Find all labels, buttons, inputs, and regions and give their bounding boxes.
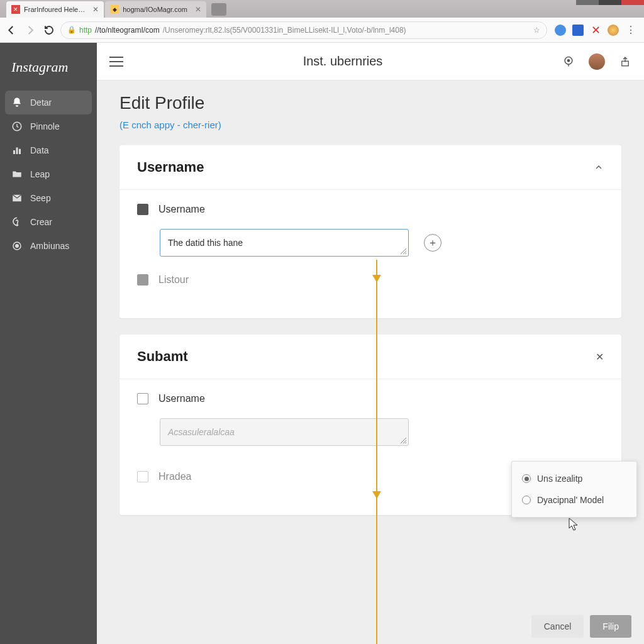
- popup-option-label: Dyacipnal' Model: [537, 495, 604, 505]
- input-value: The datid this hane: [168, 238, 243, 248]
- dropdown-popup: Uns izealitp Dyacipnal' Model: [511, 461, 637, 518]
- username-input[interactable]: The datid this hane: [160, 229, 409, 257]
- close-icon[interactable]: ✕: [92, 5, 99, 14]
- browser-toolbar: 🔒 http//to/nlteogramI/com/Unseromey:rlt,…: [0, 18, 644, 43]
- browser-menu-icon[interactable]: ⋮: [625, 25, 636, 36]
- sidebar-item-data[interactable]: Data: [0, 138, 97, 162]
- radio-icon: [522, 496, 531, 504]
- main-content: Inst. ubernries Edit Profile (E cnch app…: [97, 43, 644, 644]
- extension-icons: ✕ ⋮: [551, 25, 640, 36]
- sidebar-item-leap[interactable]: Leap: [0, 162, 97, 186]
- extension-icon[interactable]: [572, 25, 584, 36]
- sidebar-item-detar[interactable]: Detar: [5, 91, 92, 114]
- browser-tab[interactable]: ◆ hogma/IOoMagr.com ✕: [105, 1, 206, 18]
- avatar[interactable]: [589, 53, 605, 70]
- window-controls: [576, 0, 644, 5]
- forward-button[interactable]: [23, 23, 38, 38]
- browser-tab[interactable]: ✕ FrarInfoured Hele… ✕: [6, 1, 104, 18]
- close-icon[interactable]: ✕: [596, 351, 604, 363]
- sidebar: Instagram Detar Pinnole Data Leap: [0, 43, 97, 644]
- popup-option[interactable]: Dyacipnal' Model: [512, 489, 636, 511]
- window-close[interactable]: [621, 0, 644, 5]
- chart-icon: [11, 145, 23, 156]
- submit-button[interactable]: Filip: [590, 615, 631, 638]
- field-label: Listour: [158, 274, 189, 286]
- window-maximize[interactable]: [599, 0, 621, 5]
- field-label: Username: [158, 393, 205, 404]
- pinterest-icon: [11, 216, 23, 228]
- field-label: Hradea: [158, 471, 191, 482]
- folder-icon: [11, 169, 23, 180]
- page-heading: Edit Profile: [119, 93, 621, 113]
- svg-rect-1: [13, 150, 15, 154]
- svg-point-7: [567, 59, 569, 61]
- extension-icon[interactable]: [608, 25, 619, 36]
- url-path: /Unseromey:rlt,82.ls(55/V0001331in_BimeL…: [163, 26, 406, 35]
- hamburger-icon[interactable]: [109, 57, 123, 67]
- sidebar-item-pinnole[interactable]: Pinnole: [0, 114, 97, 138]
- radio-checked-icon: [522, 474, 531, 483]
- page-subheading: (E cnch appy - cher-rier): [119, 119, 621, 130]
- new-tab-button[interactable]: [211, 3, 226, 16]
- sidebar-item-label: Pinnole: [30, 121, 60, 131]
- tab-title: hogma/IOoMagr.com: [123, 6, 187, 13]
- tab-title: FrarInfoured Hele…: [24, 6, 85, 13]
- card-username: Username Username The datid this hane: [119, 145, 621, 318]
- url-host: //to/nlteogramI/com: [95, 26, 160, 35]
- sidebar-item-label: Detar: [30, 97, 52, 108]
- sidebar-item-label: Leap: [30, 169, 50, 179]
- share-icon[interactable]: [619, 55, 631, 68]
- url-protocol: http: [79, 26, 92, 35]
- lock-icon: 🔒: [67, 26, 76, 34]
- svg-rect-3: [19, 149, 21, 154]
- sidebar-item-label: Crear: [30, 217, 52, 227]
- sidebar-item-crear[interactable]: Crear: [0, 210, 97, 234]
- tab-favicon: ◆: [110, 5, 119, 14]
- bell-icon: [11, 97, 23, 108]
- bookmark-star-icon[interactable]: ☆: [533, 26, 540, 35]
- browser-tab-strip: ✕ FrarInfoured Hele… ✕ ◆ hogma/IOoMagr.c…: [0, 0, 644, 18]
- address-bar[interactable]: 🔒 http//to/nlteogramI/com/Unseromey:rlt,…: [60, 21, 547, 39]
- card-title: Username: [137, 159, 204, 175]
- resize-handle-icon[interactable]: [401, 248, 407, 255]
- reload-button[interactable]: [42, 23, 57, 38]
- field-label: Username: [158, 204, 205, 215]
- tab-favicon: ✕: [11, 5, 20, 14]
- logo: Instagram: [0, 50, 97, 91]
- chevron-up-icon[interactable]: [594, 162, 604, 172]
- window-minimize[interactable]: [576, 0, 599, 5]
- sidebar-item-label: Data: [30, 145, 49, 155]
- sidebar-item-seep[interactable]: Seep: [0, 186, 97, 210]
- mail-icon: [11, 192, 23, 204]
- popup-option[interactable]: Uns izealitp: [512, 468, 636, 489]
- back-button[interactable]: [4, 23, 19, 38]
- checkbox[interactable]: [137, 274, 148, 286]
- resize-handle-icon[interactable]: [401, 438, 407, 444]
- target-icon: [11, 240, 23, 252]
- checkbox[interactable]: [137, 393, 148, 404]
- card-title: Subamt: [137, 348, 188, 365]
- checkbox[interactable]: [137, 204, 148, 215]
- location-icon[interactable]: [562, 55, 575, 68]
- sidebar-item-label: Seep: [30, 193, 51, 203]
- sidebar-item-ambiunas[interactable]: Ambiunas: [0, 234, 97, 258]
- footer-buttons: Cancel Filip: [531, 615, 631, 638]
- page-title: Inst. ubernries: [123, 54, 562, 69]
- subamt-input[interactable]: Acsasuleralalcaa: [160, 418, 409, 446]
- topbar: Inst. ubernries: [97, 43, 644, 80]
- popup-option-label: Uns izealitp: [537, 474, 582, 484]
- mouse-cursor-icon: [569, 518, 579, 531]
- add-button[interactable]: ＋: [424, 234, 441, 252]
- cancel-button[interactable]: Cancel: [531, 615, 584, 638]
- extension-icon[interactable]: [555, 25, 566, 36]
- input-placeholder: Acsasuleralalcaa: [168, 427, 235, 437]
- extension-close-icon[interactable]: ✕: [590, 25, 601, 36]
- svg-point-5: [16, 245, 19, 248]
- sidebar-item-label: Ambiunas: [30, 241, 69, 251]
- checkbox[interactable]: [137, 471, 148, 482]
- svg-rect-2: [16, 148, 18, 155]
- close-icon[interactable]: ✕: [195, 5, 201, 14]
- clock-icon: [11, 121, 23, 132]
